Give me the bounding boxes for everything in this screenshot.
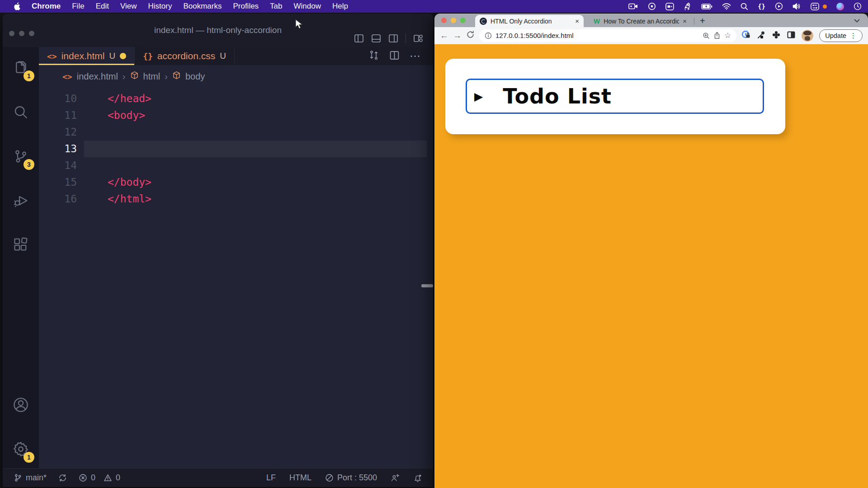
clock-icon[interactable] (854, 2, 862, 11)
vscode-window-controls[interactable] (9, 31, 34, 36)
explorer-icon[interactable]: 1 (10, 57, 32, 79)
menubar-item-window[interactable]: Window (294, 2, 321, 11)
menubar-item-tab[interactable]: Tab (270, 2, 282, 11)
url-text[interactable]: 127.0.0.1:5500/index.html (495, 32, 699, 39)
menubar-item-chrome[interactable]: Chrome (32, 2, 61, 11)
zoom-icon[interactable] (703, 32, 710, 39)
back-button[interactable]: ← (440, 31, 448, 41)
new-tab-button[interactable]: + (697, 16, 708, 26)
code-line[interactable]: 16</html> (39, 191, 433, 207)
menubar-item-help[interactable]: Help (332, 2, 348, 11)
account-icon[interactable] (10, 394, 32, 416)
chrome-window: HTML Only Accordion × W How To Create an… (434, 14, 868, 488)
pinned-extension-icon[interactable] (772, 30, 781, 41)
menubar-item-profiles[interactable]: Profiles (233, 2, 259, 11)
share-icon[interactable] (713, 32, 721, 39)
side-panel-icon[interactable] (787, 31, 796, 41)
scrollbar-handle[interactable] (421, 284, 433, 287)
run-debug-icon[interactable] (10, 190, 32, 211)
address-bar[interactable]: 127.0.0.1:5500/index.html ☆ (479, 29, 736, 42)
close-window-button[interactable] (441, 18, 447, 23)
close-tab-icon[interactable]: × (683, 17, 687, 25)
code-line[interactable]: 15</body> (39, 174, 433, 191)
site-info-icon[interactable] (485, 32, 492, 39)
close-tab-icon[interactable]: × (575, 17, 579, 25)
reload-button[interactable] (466, 30, 475, 41)
tab-html-only-accordion[interactable]: HTML Only Accordion × (475, 15, 584, 27)
toggle-secondary-sidebar-icon[interactable] (388, 33, 398, 43)
camera-tile-icon[interactable] (665, 2, 674, 11)
breadcrumb-file[interactable]: index.html (77, 71, 118, 82)
siri-icon[interactable] (836, 2, 844, 11)
source-control-icon[interactable]: 3 (10, 145, 32, 167)
git-branch-item[interactable]: main* (14, 473, 47, 483)
tab-accordion-css[interactable]: {} accordion.css U (135, 47, 235, 65)
language-mode[interactable]: HTML (289, 473, 311, 483)
problems-item[interactable]: 0 0 (79, 473, 120, 483)
vscode-titlebar[interactable]: index.html — html-only-accordion (3, 14, 433, 47)
battery-charging-icon[interactable] (701, 2, 712, 11)
fullscreen-window-button[interactable] (460, 18, 466, 23)
code-line[interactable]: 12 (39, 124, 433, 141)
apple-logo-icon[interactable] (14, 2, 20, 11)
tab-search-chevron-icon[interactable] (854, 16, 860, 24)
menubar-item-file[interactable]: File (72, 2, 84, 11)
extensions-icon[interactable] (10, 234, 32, 256)
menubar-item-view[interactable]: View (120, 2, 137, 11)
line-number: 16 (39, 191, 84, 207)
code-line[interactable]: 10</head> (39, 90, 433, 107)
explorer-badge: 1 (24, 70, 34, 81)
code-braces-icon[interactable]: {} (758, 2, 765, 11)
control-center-icon[interactable] (811, 2, 819, 11)
tab-index-html[interactable]: <> index.html U (39, 47, 135, 65)
menubar-item-history[interactable]: History (148, 2, 172, 11)
maximize-window-button[interactable] (29, 31, 34, 36)
chrome-window-controls[interactable] (441, 18, 466, 23)
forward-button[interactable]: → (453, 31, 462, 41)
breadcrumb-html-node[interactable]: html (143, 71, 160, 82)
rocket-icon[interactable] (684, 2, 692, 11)
wifi-icon[interactable] (722, 2, 731, 11)
sync-changes-button[interactable] (58, 474, 67, 482)
record-icon[interactable] (648, 2, 656, 11)
customize-layout-icon[interactable] (413, 33, 423, 43)
html-file-icon: <> (47, 52, 57, 61)
code-editor[interactable]: 10</head> 11<body> 12 13 14 15</body> 16… (39, 88, 433, 468)
settings-gear-icon[interactable]: 1 (10, 438, 32, 460)
close-window-button[interactable] (9, 31, 14, 36)
eol-indicator[interactable]: LF (266, 473, 276, 483)
menubar-item-edit[interactable]: Edit (96, 2, 109, 11)
update-chrome-button[interactable]: Update ⋮ (819, 29, 863, 42)
open-changes-icon[interactable] (368, 50, 379, 62)
spotlight-search-icon[interactable] (741, 2, 748, 11)
notifications-bell-icon[interactable] (413, 474, 422, 483)
toggle-panel-icon[interactable] (371, 33, 381, 43)
split-editor-icon[interactable] (389, 50, 400, 62)
bookmark-star-icon[interactable]: ☆ (724, 31, 731, 40)
feedback-icon[interactable] (391, 474, 400, 483)
more-actions-icon[interactable]: ⋯ (410, 50, 421, 62)
tab-title: How To Create an Accordion (604, 18, 679, 25)
privacy-extension-icon[interactable] (741, 30, 751, 42)
search-icon[interactable] (10, 101, 32, 123)
code-line-active[interactable]: 13 (39, 141, 433, 157)
minimize-window-button[interactable] (19, 31, 24, 36)
breadcrumb-body-node[interactable]: body (185, 71, 205, 82)
volume-icon[interactable] (793, 2, 801, 11)
tab-how-to-create-accordion[interactable]: W How To Create an Accordion × (589, 15, 691, 27)
live-server-port[interactable]: Port : 5500 (325, 473, 377, 483)
play-circle-icon[interactable] (775, 2, 783, 11)
menubar-item-bookmarks[interactable]: Bookmarks (183, 2, 222, 11)
accordion-summary[interactable]: ▶ Todo List (466, 79, 764, 114)
toggle-primary-sidebar-icon[interactable] (354, 33, 364, 43)
settings-badge: 1 (24, 452, 34, 463)
line-text (84, 124, 108, 141)
screen-record-camera-icon[interactable] (628, 2, 638, 11)
minimize-window-button[interactable] (451, 18, 456, 23)
code-line[interactable]: 14 (39, 157, 433, 174)
unsaved-dot-icon[interactable] (120, 53, 126, 59)
code-line[interactable]: 11<body> (39, 107, 433, 124)
color-picker-extension-icon[interactable] (757, 30, 766, 41)
browser-menu-kebab-icon[interactable]: ⋮ (850, 32, 857, 40)
profile-avatar[interactable] (802, 30, 813, 42)
